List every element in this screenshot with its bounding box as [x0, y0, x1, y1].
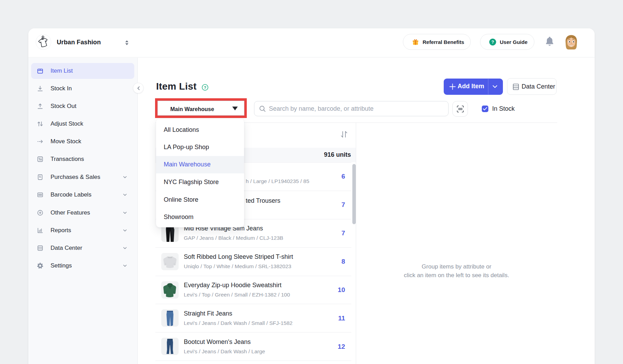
- svg-text:?: ?: [204, 85, 206, 90]
- svg-text:?: ?: [491, 40, 494, 45]
